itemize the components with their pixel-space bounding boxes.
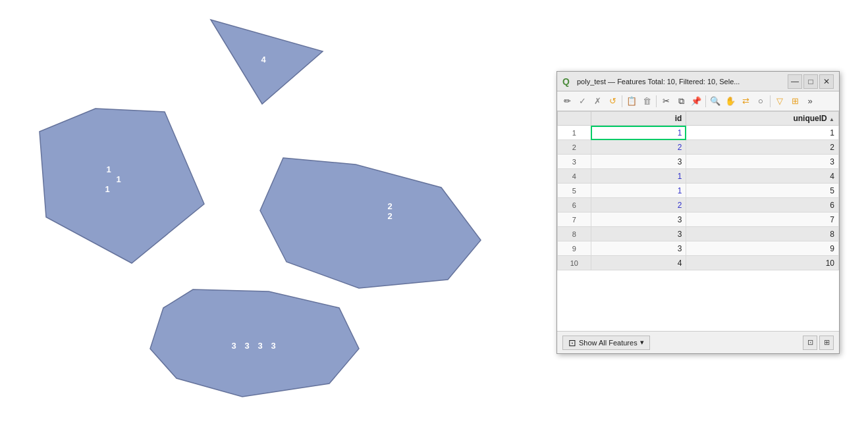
bottom-bar: ⊡ Show All Features ▾ ⊡ ⊞	[557, 331, 839, 353]
more-button[interactable]: »	[803, 94, 817, 109]
show-all-features-label: Show All Features	[579, 339, 637, 347]
sort-icon: ▲	[829, 116, 834, 122]
id-column-header[interactable]: id	[591, 112, 686, 126]
label-1c: 1	[105, 184, 109, 194]
close-button[interactable]: ✕	[819, 74, 834, 89]
bottom-right-controls: ⊡ ⊞	[803, 336, 834, 350]
id-cell: 1	[591, 184, 686, 198]
polygon-2	[260, 158, 481, 288]
label-3b: 3	[244, 341, 249, 351]
separator-1	[622, 95, 622, 107]
reload-button[interactable]: ↺	[605, 94, 620, 109]
table-body: 11122233341451562673783893910410	[558, 126, 839, 270]
attribute-table-toolbar: ✏ ✓ ✗ ↺ 📋 🗑 ✂ ⧉ 📌 🔍 ✋ ⇄ ○ ▽ ⊞ »	[557, 91, 839, 111]
separator-2	[656, 95, 657, 107]
attribute-table-window: Q poly_test — Features Total: 10, Filter…	[556, 71, 840, 354]
table-small-icon: ⊡	[568, 338, 576, 348]
table-header-row: id uniqueID ▲	[558, 112, 839, 126]
table-row[interactable]: 737	[558, 213, 839, 227]
paste-button[interactable]: 📌	[689, 94, 703, 109]
label-2b: 2	[387, 211, 392, 221]
label-1a: 1	[106, 164, 111, 174]
label-2a: 2	[387, 201, 392, 211]
pan-selection-button[interactable]: ✋	[723, 94, 738, 109]
row-number-cell: 3	[558, 155, 591, 169]
delete-row-button[interactable]: 🗑	[639, 94, 654, 109]
id-cell: 3	[591, 155, 686, 169]
id-cell: 3	[591, 213, 686, 227]
table-row[interactable]: 10410	[558, 256, 839, 270]
title-bar-controls: — □ ✕	[788, 74, 834, 89]
label-1b: 1	[116, 174, 121, 184]
id-cell: 3	[591, 241, 686, 256]
polygon-4	[211, 20, 323, 104]
table-row[interactable]: 333	[558, 155, 839, 169]
uniqueid-cell: 5	[686, 184, 839, 198]
uniqueid-cell: 10	[686, 256, 839, 270]
row-number-cell: 7	[558, 213, 591, 227]
title-bar: Q poly_test — Features Total: 10, Filter…	[557, 72, 839, 91]
table-row[interactable]: 414	[558, 169, 839, 184]
uniqueid-cell: 9	[686, 241, 839, 256]
uniqueid-cell: 3	[686, 155, 839, 169]
uniqueid-cell: 8	[686, 227, 839, 241]
invert-selection-button[interactable]: ⇄	[738, 94, 753, 109]
copy-button[interactable]: ⧉	[674, 94, 688, 109]
dropdown-arrow: ▾	[640, 338, 644, 347]
id-cell: 4	[591, 256, 686, 270]
minimize-button[interactable]: —	[788, 74, 802, 89]
id-cell: 2	[591, 140, 686, 155]
uniqueid-cell: 4	[686, 169, 839, 184]
label-3c: 3	[258, 341, 262, 351]
filter-button[interactable]: ▽	[773, 94, 787, 109]
id-cell: 1	[591, 169, 686, 184]
row-number-cell: 5	[558, 184, 591, 198]
field-calc-button[interactable]: ⊞	[788, 94, 802, 109]
deselect-all-button[interactable]: ○	[753, 94, 768, 109]
save-edits-button[interactable]: ✓	[575, 94, 589, 109]
table-row[interactable]: 222	[558, 140, 839, 155]
show-all-features-button[interactable]: ⊡ Show All Features ▾	[562, 336, 650, 350]
uniqueid-cell: 1	[686, 126, 839, 140]
uniqueid-cell: 7	[686, 213, 839, 227]
id-cell: 1	[591, 126, 686, 140]
qgis-icon: Q	[562, 76, 573, 87]
panel-button-2[interactable]: ⊞	[819, 336, 834, 350]
cut-button[interactable]: ✂	[659, 94, 673, 109]
add-row-button[interactable]: 📋	[624, 94, 639, 109]
window-title: poly_test — Features Total: 10, Filtered…	[577, 78, 740, 86]
edit-pencil-button[interactable]: ✏	[560, 94, 574, 109]
uniqueid-cell: 2	[686, 140, 839, 155]
table-row[interactable]: 939	[558, 241, 839, 256]
table-row[interactable]: 515	[558, 184, 839, 198]
row-number-cell: 1	[558, 126, 591, 140]
polygon-3	[150, 289, 359, 397]
uniqueid-cell: 6	[686, 198, 839, 213]
row-number-cell: 9	[558, 241, 591, 256]
row-number-cell: 10	[558, 256, 591, 270]
table-row[interactable]: 626	[558, 198, 839, 213]
row-number-cell: 2	[558, 140, 591, 155]
label-3a: 3	[231, 341, 236, 351]
label-4: 4	[261, 55, 266, 64]
table-row[interactable]: 111	[558, 126, 839, 140]
separator-4	[770, 95, 771, 107]
row-number-cell: 6	[558, 198, 591, 213]
polygon-1	[40, 109, 204, 263]
uniqueid-column-header[interactable]: uniqueID ▲	[686, 112, 839, 126]
row-number-cell: 4	[558, 169, 591, 184]
map-canvas: 1 1 1 4 2 2 3 3 3 3	[0, 0, 540, 425]
panel-button-1[interactable]: ⊡	[803, 336, 817, 350]
label-3d: 3	[271, 341, 275, 351]
row-number-cell: 8	[558, 227, 591, 241]
zoom-selection-button[interactable]: 🔍	[708, 94, 722, 109]
row-num-header	[558, 112, 591, 126]
feature-table: id uniqueID ▲ 11122233341451562673783893…	[557, 111, 839, 270]
maximize-button[interactable]: □	[803, 74, 818, 89]
id-cell: 2	[591, 198, 686, 213]
discard-edits-button[interactable]: ✗	[590, 94, 605, 109]
feature-table-container[interactable]: id uniqueID ▲ 11122233341451562673783893…	[557, 111, 839, 331]
table-row[interactable]: 838	[558, 227, 839, 241]
title-bar-left: Q poly_test — Features Total: 10, Filter…	[562, 76, 788, 87]
separator-3	[705, 95, 706, 107]
